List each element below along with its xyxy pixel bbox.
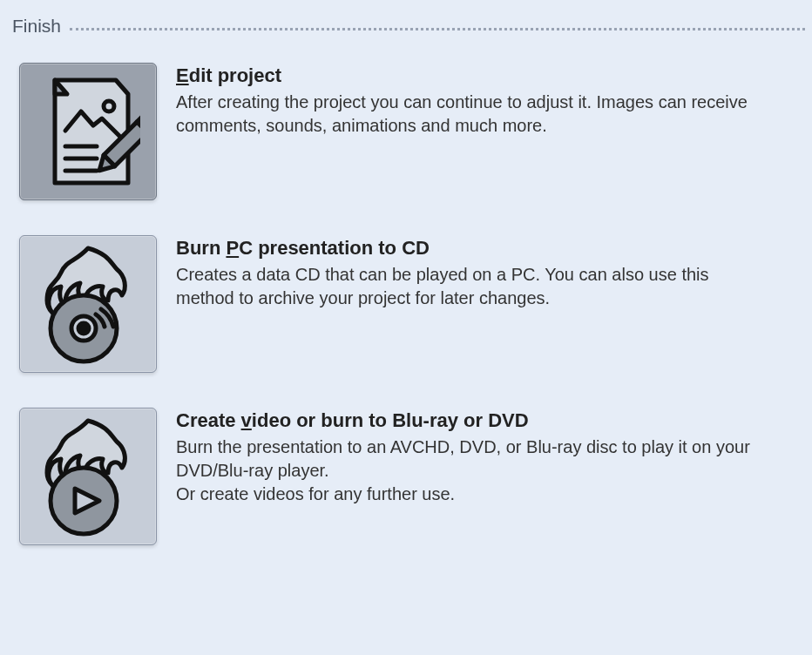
burn-play-icon [19, 408, 157, 545]
burn-disc-icon [19, 235, 157, 373]
section-header: Finish [7, 16, 805, 37]
option-burn-pc-cd[interactable]: Burn PC presentation to CD Creates a dat… [19, 235, 805, 373]
svg-point-8 [78, 323, 89, 334]
document-edit-icon [19, 63, 157, 200]
divider-dotted [70, 28, 805, 30]
section-title: Finish [12, 16, 70, 37]
option-title: Create video or burn to Blu-ray or DVD [176, 409, 751, 432]
option-title: Edit project [176, 64, 751, 87]
option-title: Burn PC presentation to CD [176, 237, 751, 260]
option-edit-project[interactable]: Edit project After creating the project … [19, 63, 805, 200]
option-description: After creating the project you can conti… [176, 91, 751, 138]
option-description: Creates a data CD that can be played on … [176, 263, 751, 310]
option-create-video-dvd[interactable]: Create video or burn to Blu-ray or DVD B… [19, 408, 805, 545]
option-description: Burn the presentation to an AVCHD, DVD, … [176, 436, 751, 506]
